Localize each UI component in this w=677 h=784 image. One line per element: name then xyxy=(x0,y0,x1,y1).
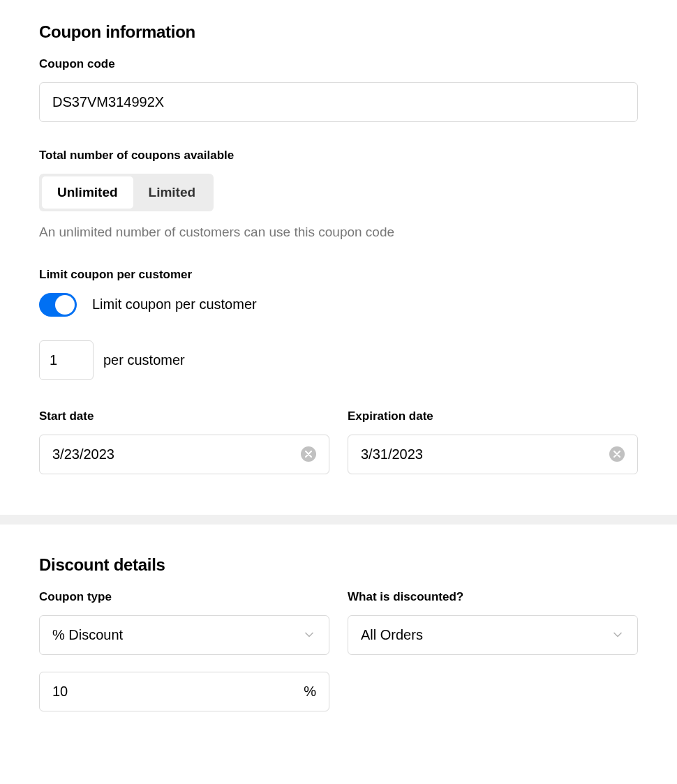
discount-details-heading: Discount details xyxy=(39,555,638,575)
limit-per-customer-toggle-label: Limit coupon per customer xyxy=(92,296,257,312)
coupons-limited-button[interactable]: Limited xyxy=(133,176,211,209)
coupon-code-label: Coupon code xyxy=(39,57,638,71)
discount-amount-suffix: % xyxy=(304,684,316,700)
limit-per-customer-input[interactable] xyxy=(39,340,94,380)
coupon-availability-segmented: Unlimited Limited xyxy=(39,174,214,211)
coupon-info-heading: Coupon information xyxy=(39,22,638,42)
clear-expiration-date-icon[interactable] xyxy=(609,446,625,462)
chevron-down-icon xyxy=(302,628,316,642)
discount-amount-value: 10 xyxy=(52,684,304,700)
start-date-label: Start date xyxy=(39,409,329,423)
clear-start-date-icon[interactable] xyxy=(301,446,316,462)
coupon-type-select[interactable]: % Discount xyxy=(39,615,329,655)
coupon-code-input[interactable] xyxy=(39,82,638,122)
limit-per-customer-label: Limit coupon per customer xyxy=(39,268,638,282)
expiration-date-value: 3/31/2023 xyxy=(361,446,609,462)
discounted-scope-select[interactable]: All Orders xyxy=(348,615,638,655)
discounted-scope-value: All Orders xyxy=(361,627,611,643)
coupons-unlimited-button[interactable]: Unlimited xyxy=(42,176,133,209)
coupons-help-text: An unlimited number of customers can use… xyxy=(39,224,638,241)
start-date-input[interactable]: 3/23/2023 xyxy=(39,435,329,474)
start-date-value: 3/23/2023 xyxy=(52,446,301,462)
discounted-scope-label: What is discounted? xyxy=(348,590,638,604)
coupon-type-label: Coupon type xyxy=(39,590,329,604)
section-divider xyxy=(0,515,677,525)
limit-per-customer-suffix: per customer xyxy=(103,352,185,368)
expiration-date-input[interactable]: 3/31/2023 xyxy=(348,435,638,474)
discount-amount-input[interactable]: 10 % xyxy=(39,672,329,711)
chevron-down-icon xyxy=(611,628,625,642)
total-coupons-label: Total number of coupons available xyxy=(39,149,638,163)
coupon-type-value: % Discount xyxy=(52,627,302,643)
expiration-date-label: Expiration date xyxy=(348,409,638,423)
limit-per-customer-toggle[interactable] xyxy=(39,293,77,317)
